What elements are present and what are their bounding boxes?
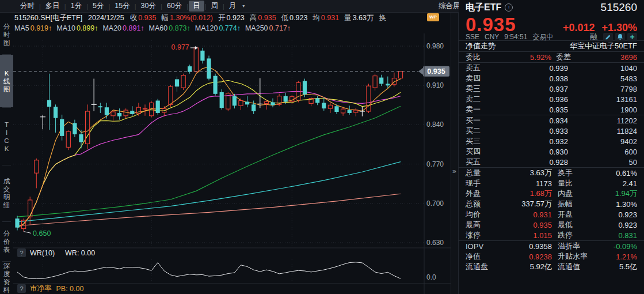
level-label: 卖四 <box>466 73 481 84</box>
ma-value: 0.899↑ <box>77 24 98 32</box>
sidebar-item-成交明细[interactable]: 成交明细 <box>0 165 13 221</box>
panel-splitter[interactable]: » <box>451 13 459 294</box>
period-tab-多日[interactable]: 多日 <box>41 1 64 12</box>
ask-row-卖一[interactable]: 卖一0.9351900 <box>459 104 644 115</box>
field-value: 0.935 <box>258 14 276 22</box>
stat-value: 1.015 <box>499 231 552 240</box>
period-tab-60分[interactable]: 60分 <box>163 1 186 12</box>
period-tab-1分[interactable]: 1分 <box>67 1 86 12</box>
level-label: 卖三 <box>466 84 481 94</box>
add-to-watchlist-icon[interactable]: + <box>627 33 637 42</box>
tabs-dropdown-icon[interactable]: ▾ <box>240 3 247 9</box>
quote-time: 9:54:51 <box>504 33 527 41</box>
stat-value: 0.61% <box>616 169 637 178</box>
period-tab-月[interactable]: 月 <box>225 1 241 12</box>
stat-label: 升贴水率 <box>558 251 588 262</box>
edit-icon[interactable] <box>603 33 613 42</box>
ma-items: MA50.919↑MA100.899↑MA200.891↑MA600.873↑M… <box>14 24 295 32</box>
field-label: 低 <box>281 14 289 22</box>
level-price: 0.935 <box>528 105 568 114</box>
level-volume: 7798 <box>620 85 637 93</box>
ask-row-卖四[interactable]: 卖四0.9385483 <box>459 73 644 84</box>
bid-row-买五[interactable]: 买五0.92850 <box>459 157 644 167</box>
level-label: 卖二 <box>466 94 481 104</box>
ask-row-卖三[interactable]: 卖三0.9377798 <box>459 84 644 94</box>
stat-value: 0.9358 <box>499 242 552 251</box>
stat-row-总量: 总量3.63万换手0.61% <box>459 168 644 178</box>
ma-label: MA120 <box>195 24 218 32</box>
bid-row-买三[interactable]: 买三0.9329402 <box>459 136 644 146</box>
field-幅: 幅1.30%(0.012) <box>161 13 213 23</box>
period-tab-日[interactable]: 日 <box>189 1 204 12</box>
ma-value: 0.891↑ <box>123 24 144 32</box>
bid-row-买二[interactable]: 买二0.93311824 <box>459 126 644 136</box>
pb-indicator-name[interactable]: 市净率 <box>30 284 52 293</box>
nav-trend-link[interactable]: 净值走势 <box>466 41 496 51</box>
quote-info-bar: 515260.SH[电子ETF] 2024/12/25 收0.935幅1.30%… <box>0 13 459 23</box>
bid-row-买四[interactable]: 买四0.930600 <box>459 146 644 157</box>
level-price: 0.939 <box>528 64 568 73</box>
margin-eligible-label: 融 <box>590 32 597 42</box>
stat-row-涨停: 涨停1.015跌停0.831 <box>459 230 644 240</box>
ma-label: MA10 <box>56 24 75 32</box>
stat-value: 1.68万 <box>499 189 552 199</box>
field-低: 低0.923 <box>281 13 308 23</box>
stat-label: 开盘 <box>558 209 573 220</box>
sidebar-item-深度资料[interactable]: 深度资料 <box>0 262 13 294</box>
period-tab-15分[interactable]: 15分 <box>110 1 134 12</box>
stat-value: 0.923 <box>618 210 637 219</box>
stat-row-IOPV: IOPV0.9358溢折率-0.09% <box>459 241 644 251</box>
field-开: 开0.923 <box>218 13 245 23</box>
sidebar-item-分价表[interactable]: 分价表 <box>0 222 13 261</box>
period-tab-周[interactable]: 周 <box>207 1 223 12</box>
level-price: 0.932 <box>528 137 568 146</box>
bid-row-买一[interactable]: 买一0.93411202 <box>459 115 644 126</box>
svg-text:0.700: 0.700 <box>426 199 444 208</box>
indicator-help-icon[interactable]: ? <box>17 284 26 293</box>
field-收: 收0.935 <box>130 13 157 23</box>
level-price: 0.934 <box>528 116 568 125</box>
sidebar-item-TICK[interactable]: TICK <box>0 108 13 165</box>
level-volume: 11824 <box>617 127 637 135</box>
symbol-label: 515260.SH[电子ETF] <box>14 13 82 23</box>
field-高: 高0.935 <box>250 13 276 23</box>
sidebar-item-分时图[interactable]: 分时图 <box>0 15 13 54</box>
stat-value: 0.831 <box>618 231 637 240</box>
svg-text:0.0: 0.0 <box>426 273 436 281</box>
period-tab-分时[interactable]: 分时 <box>16 1 39 12</box>
stat-row-外盘: 外盘1.68万内盘1.94万 <box>459 189 644 199</box>
level-volume: 50 <box>629 158 637 167</box>
quote-panel: 电子ETF ! 515260 0.935 +0.012+1.30% SSE CN… <box>459 0 644 294</box>
level-label: 买二 <box>466 126 481 136</box>
sidebar-item-K线图[interactable]: K线图 <box>0 55 13 107</box>
ohlc-fields: 收0.935幅1.30%(0.012)开0.923高0.935低0.923均0.… <box>130 13 393 23</box>
wr-indicator-value: WR: 0.00 <box>65 249 95 257</box>
nav-trend-row[interactable]: 净值走势 华宝中证电子50ETF <box>459 41 644 51</box>
svg-text:0.630: 0.630 <box>426 239 444 247</box>
ma-item-MA250: MA2500.717↑ <box>245 24 291 32</box>
svg-text:0.650: 0.650 <box>33 229 51 238</box>
stat-label: 现手 <box>466 178 481 189</box>
stat-row-现手: 现手1173量比2.41 <box>459 178 644 189</box>
alert-bell-icon[interactable] <box>615 33 625 42</box>
ask-row-卖二[interactable]: 卖二0.93613161 <box>459 94 644 104</box>
field-均: 均0.931 <box>313 13 339 23</box>
period-tab-30分[interactable]: 30分 <box>137 1 160 12</box>
indicator-help-icon[interactable]: ? <box>17 248 26 257</box>
pb-indicator-header: ? 市净率 PB: 0.00 <box>17 284 83 293</box>
weicha-label: 委差 <box>556 52 571 62</box>
stat-row-总额: 总额337.57万振幅1.30% <box>459 199 644 209</box>
field-label: 量 <box>344 14 352 22</box>
collapse-panel-icon[interactable]: » <box>452 167 456 175</box>
level-volume: 1900 <box>620 105 637 114</box>
stat-label: 均价 <box>466 209 481 220</box>
wr-indicator-name[interactable]: WR(10) <box>30 249 55 257</box>
ma-label: MA5 <box>14 24 29 32</box>
stats-grid: 总量3.63万换手0.61%现手1173量比2.41外盘1.68万内盘1.94万… <box>459 168 644 272</box>
wp-monitor-icon[interactable]: WP <box>427 13 439 21</box>
info-icon[interactable]: ! <box>505 3 513 12</box>
ask-row-卖五[interactable]: 卖五0.9391040 <box>459 63 644 73</box>
period-tab-5分[interactable]: 5分 <box>89 1 108 12</box>
field-value: 0.923 <box>289 14 307 22</box>
field-label: 高 <box>250 14 257 22</box>
